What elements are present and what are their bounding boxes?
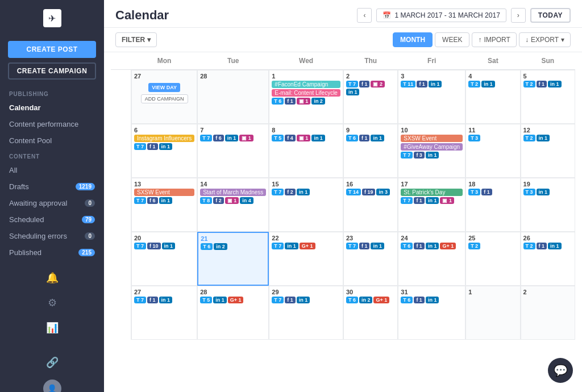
tw-chip[interactable]: T 6 bbox=[272, 98, 284, 105]
tw-chip[interactable]: T 7 bbox=[200, 135, 212, 141]
li-chip[interactable]: in 2 bbox=[214, 243, 227, 250]
fb-chip[interactable]: f 2 bbox=[213, 197, 224, 204]
fb-chip[interactable]: f 1 bbox=[481, 189, 492, 195]
cal-cell-25[interactable]: 25T 2 bbox=[465, 232, 520, 286]
cal-cell-1[interactable]: 1 bbox=[465, 286, 520, 340]
tw-chip[interactable]: T 2 bbox=[523, 243, 535, 249]
li-chip[interactable]: in 1 bbox=[159, 297, 173, 303]
import-button[interactable]: ↑ IMPORT bbox=[472, 32, 516, 47]
li-chip[interactable]: in 1 bbox=[426, 197, 439, 204]
sidebar-item-calendar[interactable]: Calendar bbox=[0, 99, 104, 116]
fb-chip[interactable]: f 1 bbox=[147, 297, 158, 303]
cal-cell-1[interactable]: 1#FaconEd CampaignE-mail: Content Lifecy… bbox=[269, 70, 343, 124]
tw-chip[interactable]: T 14 bbox=[346, 189, 361, 195]
export-button[interactable]: ↓ EXPORT ▾ bbox=[519, 32, 571, 47]
sidebar-item-scheduling-errors[interactable]: Scheduling errors 0 bbox=[0, 228, 104, 244]
cal-cell-19[interactable]: 19T 3in 1 bbox=[521, 178, 575, 232]
cal-cell-2[interactable]: 2 bbox=[521, 286, 575, 340]
fb-chip[interactable]: f 1 bbox=[147, 143, 158, 150]
li-chip[interactable]: in 1 bbox=[285, 243, 298, 249]
cal-cell-18[interactable]: 18T 3f 1 bbox=[465, 178, 520, 232]
fb-chip[interactable]: f 6 bbox=[147, 197, 158, 204]
tw-chip[interactable]: T 11 bbox=[401, 81, 415, 87]
tw-chip[interactable]: T 8 bbox=[200, 197, 212, 204]
filter-button[interactable]: FILTER ▾ bbox=[115, 32, 157, 47]
cal-cell-28[interactable]: 28 bbox=[197, 70, 269, 124]
ig-chip[interactable]: ▣ 1 bbox=[440, 197, 454, 204]
li-chip[interactable]: in 4 bbox=[240, 197, 253, 204]
fb-chip[interactable]: f 6 bbox=[213, 135, 224, 141]
fb-chip[interactable]: f 4 bbox=[285, 135, 296, 141]
fb-chip[interactable]: f 1 bbox=[359, 135, 370, 141]
cal-cell-9[interactable]: 9T 6f 1in 1 bbox=[343, 124, 398, 178]
li-chip[interactable]: in 1 bbox=[159, 197, 173, 204]
campaign-bar[interactable]: SXSW Event bbox=[401, 135, 463, 142]
li-chip[interactable]: in 1 bbox=[537, 135, 550, 141]
tw-chip[interactable]: T 7 bbox=[272, 243, 284, 249]
cal-cell-28[interactable]: 28T 5in 1G+ 1 bbox=[197, 286, 269, 340]
view-day-button[interactable]: VIEW DAY bbox=[148, 83, 180, 92]
fb-chip[interactable]: f 19 bbox=[362, 189, 376, 195]
sidebar-item-scheduled[interactable]: Scheduled 79 bbox=[0, 211, 104, 228]
fb-chip[interactable]: f 1 bbox=[359, 81, 370, 87]
user-avatar[interactable]: 👤 bbox=[43, 380, 61, 392]
li-chip[interactable]: in 1 bbox=[548, 81, 562, 87]
fb-chip[interactable]: f 1 bbox=[414, 243, 425, 249]
tw-chip[interactable]: T 2 bbox=[468, 243, 480, 249]
cal-cell-30[interactable]: 30T 6in 2G+ 1 bbox=[343, 286, 398, 340]
campaign-bar[interactable]: E-mail: Content Lifecycle bbox=[272, 89, 340, 97]
cal-cell-16[interactable]: 16T 14f 19in 3 bbox=[343, 178, 398, 232]
cal-cell-4[interactable]: 4T 2in 1 bbox=[465, 70, 520, 124]
ig-chip[interactable]: ▣ 1 bbox=[225, 197, 239, 204]
fb-chip[interactable]: f 1 bbox=[285, 98, 296, 105]
li-chip[interactable]: in 2 bbox=[311, 98, 325, 105]
gp-chip[interactable]: G+ 1 bbox=[300, 243, 315, 249]
cal-cell-31[interactable]: 31T 6f 1in 1 bbox=[398, 286, 465, 340]
li-chip[interactable]: in 1 bbox=[481, 81, 495, 87]
sidebar-item-published[interactable]: Published 215 bbox=[0, 244, 104, 261]
cal-cell-27[interactable]: 27VIEW DAYADD CAMPAIGN bbox=[131, 70, 197, 124]
month-view-button[interactable]: MONTH bbox=[393, 32, 433, 47]
fb-chip[interactable]: f 1 bbox=[537, 243, 547, 249]
li-chip[interactable]: in 1 bbox=[429, 81, 442, 87]
campaign-bar[interactable]: #GiveAway Campaign bbox=[401, 143, 463, 151]
gp-chip[interactable]: G+ 1 bbox=[373, 297, 389, 303]
tw-chip[interactable]: T 7 bbox=[134, 297, 146, 303]
tw-chip[interactable]: T 7 bbox=[401, 152, 413, 159]
sidebar-item-drafts[interactable]: Drafts 1219 bbox=[0, 178, 104, 195]
tw-chip[interactable]: T 7 bbox=[134, 143, 146, 150]
create-campaign-button[interactable]: CREATE CAMPAIGN bbox=[8, 62, 96, 80]
ig-chip[interactable]: ▣ 1 bbox=[297, 135, 311, 141]
week-view-button[interactable]: WEEK bbox=[435, 32, 469, 47]
tw-chip[interactable]: T 2 bbox=[523, 135, 535, 141]
cal-cell-12[interactable]: 12T 2in 1 bbox=[521, 124, 575, 178]
cal-cell-26[interactable]: 26T 2f 1in 1 bbox=[521, 232, 575, 286]
fb-chip[interactable]: f 1 bbox=[414, 297, 425, 303]
cal-cell-6[interactable]: 6Instagram InfluencersT 7f 1in 1 bbox=[131, 124, 197, 178]
li-chip[interactable]: in 1 bbox=[311, 135, 325, 141]
tw-chip[interactable]: T 7 bbox=[346, 81, 358, 87]
fb-chip[interactable]: f 3 bbox=[414, 152, 425, 159]
cal-cell-29[interactable]: 29T 7f 1in 1 bbox=[269, 286, 343, 340]
cal-cell-20[interactable]: 20T 7f 10in 1 bbox=[131, 232, 197, 286]
tw-chip[interactable]: T 7 bbox=[272, 189, 284, 195]
li-chip[interactable]: in 1 bbox=[426, 152, 439, 159]
li-chip[interactable]: in 1 bbox=[159, 143, 173, 150]
next-month-button[interactable]: › bbox=[511, 8, 526, 23]
li-chip[interactable]: in 1 bbox=[162, 243, 176, 249]
li-chip[interactable]: in 1 bbox=[297, 189, 310, 195]
notifications-icon[interactable]: 🔔 bbox=[42, 268, 63, 288]
add-campaign-button[interactable]: ADD CAMPAIGN bbox=[141, 94, 188, 103]
cal-cell-14[interactable]: 14Start of March MadnessT 8f 2▣ 1in 4 bbox=[197, 178, 269, 232]
tw-chip[interactable]: T 6 bbox=[201, 243, 213, 250]
sidebar-item-awaiting[interactable]: Awaiting approval 0 bbox=[0, 195, 104, 211]
sidebar-item-content-pool[interactable]: Content Pool bbox=[0, 132, 104, 149]
tw-chip[interactable]: T 5 bbox=[272, 135, 284, 141]
tw-chip[interactable]: T 2 bbox=[523, 81, 535, 87]
fb-chip[interactable]: f 1 bbox=[417, 81, 427, 87]
settings-icon[interactable]: ⚙ bbox=[42, 293, 63, 313]
tw-chip[interactable]: T 3 bbox=[468, 189, 480, 195]
fb-chip[interactable]: f 1 bbox=[537, 81, 547, 87]
fb-chip[interactable]: f 2 bbox=[285, 189, 296, 195]
ig-chip[interactable]: ▣ 1 bbox=[239, 135, 253, 141]
